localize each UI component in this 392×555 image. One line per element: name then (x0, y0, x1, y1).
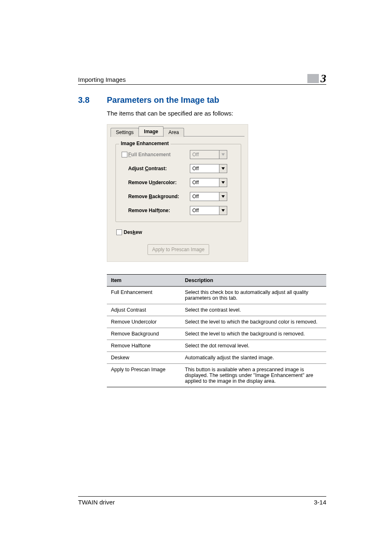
tab-area[interactable]: Area (163, 128, 184, 137)
image-tab-panel: Settings Image Area Image Enhancement Fu… (107, 124, 248, 262)
remove-halftone-dropdown[interactable] (219, 206, 227, 215)
image-enhancement-group: Image Enhancement Full Enhancement Off A… (115, 144, 241, 222)
row-remove-undercolor: Remove Undercolor: Off (122, 178, 235, 187)
section-number: 3.8 (78, 95, 107, 105)
cell-desc: Select the dot removal level. (181, 340, 326, 352)
group-legend: Image Enhancement (119, 141, 171, 146)
cell-item: Remove Undercolor (107, 316, 181, 328)
table-row: Adjust ContrastSelect the contrast level… (107, 304, 326, 316)
section-title: Parameters on the Image tab (107, 95, 219, 105)
cell-item: Remove Background (107, 328, 181, 340)
table-row: Remove BackgroundSelect the level to whi… (107, 328, 326, 340)
remove-background-label: Remove Background: (128, 194, 190, 199)
chapter-number: 3 (321, 74, 326, 83)
table-row: Remove UndercolorSelect the level to whi… (107, 316, 326, 328)
remove-halftone-value[interactable]: Off (190, 206, 219, 215)
cell-desc: Select this check box to automatically a… (181, 287, 326, 304)
th-desc: Description (181, 275, 326, 287)
running-header: Importing Images 3 (78, 74, 326, 85)
remove-undercolor-value[interactable]: Off (190, 178, 219, 187)
remove-background-value[interactable]: Off (190, 192, 219, 201)
row-remove-background: Remove Background: Off (122, 192, 235, 201)
table-row: Apply to Prescan ImageThis button is ava… (107, 364, 326, 387)
tab-image[interactable]: Image (138, 126, 164, 136)
tab-settings[interactable]: Settings (111, 128, 139, 137)
row-deskew: Deskew (116, 229, 241, 235)
remove-background-dropdown[interactable] (219, 192, 227, 201)
full-enhancement-checkbox[interactable] (122, 152, 127, 157)
cell-desc: Automatically adjust the slanted image. (181, 352, 326, 364)
remove-undercolor-dropdown[interactable] (219, 178, 227, 187)
th-item: Item (107, 275, 181, 287)
intro-text: The items that can be specified are as f… (107, 110, 326, 117)
chapter-bar (307, 74, 319, 83)
chapter-badge: 3 (307, 74, 326, 83)
row-adjust-contrast: Adjust Contrast: Off (122, 164, 235, 173)
cell-item: Apply to Prescan Image (107, 364, 181, 387)
cell-desc: Select the level to which the background… (181, 328, 326, 340)
table-row: Full EnhancementSelect this check box to… (107, 287, 326, 304)
remove-halftone-label: Remove Halftone: (128, 208, 190, 213)
cell-item: Full Enhancement (107, 287, 181, 304)
table-row: DeskewAutomatically adjust the slanted i… (107, 352, 326, 364)
page-footer: TWAIN driver 3-14 (78, 496, 326, 506)
adjust-contrast-value[interactable]: Off (190, 164, 219, 173)
cell-desc: Select the level to which the background… (181, 316, 326, 328)
parameters-table: Item Description Full EnhancementSelect … (107, 274, 326, 387)
footer-left: TWAIN driver (78, 499, 115, 506)
remove-undercolor-label: Remove Undercolor: (128, 180, 190, 185)
cell-desc: This button is available when a prescann… (181, 364, 326, 387)
tab-row: Settings Image Area (107, 125, 248, 136)
runhead-title: Importing Images (78, 76, 126, 83)
full-enhancement-dropdown (219, 150, 227, 159)
row-full-enhancement: Full Enhancement Off (122, 150, 235, 159)
cell-item: Remove Halftone (107, 340, 181, 352)
full-enhancement-label: Full Enhancement (128, 152, 190, 157)
adjust-contrast-label: Adjust Contrast: (128, 166, 190, 171)
cell-item: Adjust Contrast (107, 304, 181, 316)
cell-item: Deskew (107, 352, 181, 364)
footer-right: 3-14 (314, 499, 326, 506)
cell-desc: Select the contrast level. (181, 304, 326, 316)
deskew-label: Deskew (124, 229, 142, 235)
apply-to-prescan-button: Apply to Prescan Image (148, 244, 209, 255)
section-heading: 3.8 Parameters on the Image tab (78, 95, 326, 105)
adjust-contrast-dropdown[interactable] (219, 164, 227, 173)
table-row: Remove HalftoneSelect the dot removal le… (107, 340, 326, 352)
full-enhancement-value: Off (190, 150, 219, 159)
deskew-checkbox[interactable] (116, 229, 122, 235)
row-remove-halftone: Remove Halftone: Off (122, 206, 235, 215)
